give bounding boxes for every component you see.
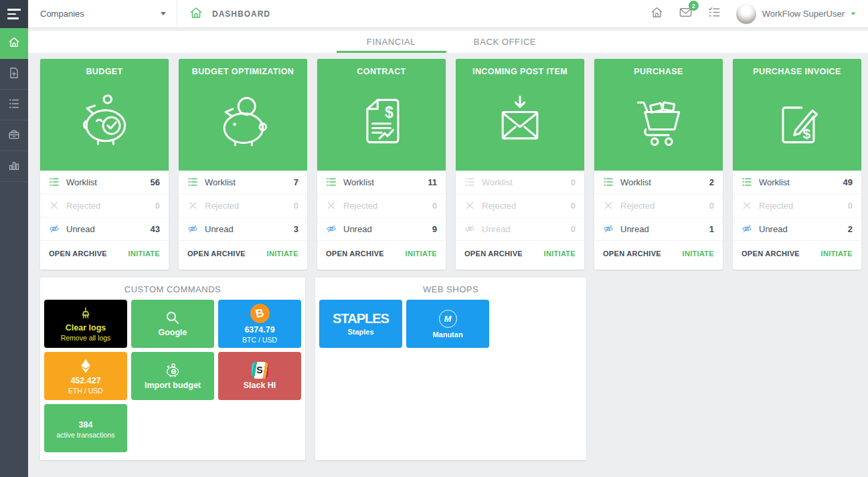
tile-title: 6374.79 xyxy=(244,325,274,335)
breadcrumb: DASHBOARD xyxy=(177,5,270,23)
tile-active-transactions[interactable]: 384 active transactions xyxy=(44,404,127,452)
stat-rejected[interactable]: Rejected0 xyxy=(179,194,307,217)
open-archive-button[interactable]: OPEN ARCHIVE xyxy=(464,250,523,258)
tile-slack-hi[interactable]: S Slack HI xyxy=(218,352,301,400)
stat-unread[interactable]: Unread2 xyxy=(733,217,861,241)
home-button[interactable] xyxy=(650,5,664,22)
tab-financial[interactable]: FINANCIAL xyxy=(335,31,448,53)
tile-staples[interactable]: STAPLES Staples xyxy=(319,300,402,348)
card-budget-optimization-header[interactable]: BUDGET OPTIMIZATION xyxy=(179,59,307,171)
tile-google[interactable]: Google xyxy=(131,300,214,348)
custom-commands-panel: CUSTOM COMMANDS Clear logs Remove all lo… xyxy=(40,278,305,460)
stat-value: 43 xyxy=(151,224,160,234)
worklist-button[interactable] xyxy=(707,5,721,22)
stat-rejected[interactable]: Rejected0 xyxy=(733,194,861,217)
tile-title: Manutan xyxy=(432,330,462,339)
worklist-icon xyxy=(742,177,752,187)
stat-value: 0 xyxy=(294,201,298,211)
stat-rejected[interactable]: Rejected0 xyxy=(456,194,584,217)
sidebar-item-archive[interactable] xyxy=(0,120,28,151)
stat-label: Rejected xyxy=(66,201,100,211)
stat-label: Worklist xyxy=(66,177,97,187)
initiate-button[interactable]: INITIATE xyxy=(683,250,714,258)
archive-icon xyxy=(7,128,21,144)
card-purchase-header[interactable]: PURCHASE xyxy=(594,59,723,171)
stat-worklist[interactable]: Worklist7 xyxy=(179,171,307,194)
web-shops-tiles: STAPLES Staples M Manutan xyxy=(315,300,586,348)
open-archive-button[interactable]: OPEN ARCHIVE xyxy=(187,250,246,258)
sidebar-item-reports[interactable] xyxy=(0,151,28,182)
tile-clear-logs[interactable]: Clear logs Remove all logs xyxy=(44,300,127,348)
card-budget-header[interactable]: BUDGET xyxy=(40,59,169,171)
sidebar-item-dashboard[interactable] xyxy=(0,28,28,59)
open-archive-button[interactable]: OPEN ARCHIVE xyxy=(326,250,384,258)
card-footer: OPEN ARCHIVEINITIATE xyxy=(40,241,169,266)
card-contract: CONTRACT $ Worklist11 Rejected0 Unread9 … xyxy=(317,59,446,270)
company-selector-value: Companies xyxy=(40,9,84,19)
stat-value: 0 xyxy=(432,201,437,211)
tile-btc-rate[interactable]: B 6374.79 BTC / USD xyxy=(218,300,301,348)
eye-off-icon xyxy=(326,223,337,234)
open-archive-button[interactable]: OPEN ARCHIVE xyxy=(49,250,107,258)
messages-button[interactable]: 2 xyxy=(679,5,693,22)
stat-worklist[interactable]: Worklist49 xyxy=(733,171,861,194)
sidebar-item-worklist[interactable] xyxy=(0,90,28,120)
stat-unread[interactable]: Unread3 xyxy=(179,217,307,241)
stat-worklist[interactable]: Worklist0 xyxy=(456,171,584,194)
card-title: BUDGET OPTIMIZATION xyxy=(192,67,294,76)
hamburger-menu-icon[interactable] xyxy=(0,0,28,28)
svg-text:$: $ xyxy=(385,104,394,121)
tab-back-office[interactable]: BACK OFFICE xyxy=(448,31,562,53)
stat-label: Unread xyxy=(66,224,95,234)
stat-label: Rejected xyxy=(205,201,239,211)
initiate-button[interactable]: INITIATE xyxy=(406,250,437,258)
stat-value: 0 xyxy=(571,177,576,187)
card-footer: OPEN ARCHIVEINITIATE xyxy=(456,241,584,266)
top-bar: Companies DASHBOARD 2 WorkFlow SuperUser xyxy=(28,0,868,28)
stat-unread[interactable]: Unread43 xyxy=(40,217,169,241)
module-cards-row: BUDGET Worklist56 Rejected0 Unread43 OPE… xyxy=(40,59,861,270)
stat-worklist[interactable]: Worklist11 xyxy=(317,171,446,194)
tab-label: FINANCIAL xyxy=(367,37,416,47)
user-menu[interactable]: WorkFlow SuperUser xyxy=(736,4,856,24)
initiate-button[interactable]: INITIATE xyxy=(544,250,576,258)
initiate-button[interactable]: INITIATE xyxy=(821,250,853,258)
x-icon xyxy=(49,200,60,211)
card-footer: OPEN ARCHIVEINITIATE xyxy=(179,241,307,266)
stat-value: 9 xyxy=(432,224,437,234)
tile-eth-rate[interactable]: 452.427 ETH / USD xyxy=(44,352,127,400)
open-archive-button[interactable]: OPEN ARCHIVE xyxy=(603,250,661,258)
stat-unread[interactable]: Unread1 xyxy=(594,217,723,241)
initiate-button[interactable]: INITIATE xyxy=(267,250,298,258)
stat-rejected[interactable]: Rejected0 xyxy=(40,194,169,217)
stat-label: Worklist xyxy=(620,177,651,187)
eye-off-icon xyxy=(464,223,475,234)
card-footer: OPEN ARCHIVEINITIATE xyxy=(733,241,861,266)
tile-manutan[interactable]: M Manutan xyxy=(406,300,489,348)
stat-rejected[interactable]: Rejected0 xyxy=(594,194,723,217)
stat-label: Unread xyxy=(205,224,234,234)
invoice-edit-icon: $ xyxy=(766,76,828,171)
card-purchase-invoice-header[interactable]: PURCHASE INVOICE $ xyxy=(733,59,861,171)
stat-unread[interactable]: Unread0 xyxy=(456,217,584,241)
stat-rejected[interactable]: Rejected0 xyxy=(317,194,446,217)
sidebar-item-new-document[interactable] xyxy=(0,59,28,90)
tile-import-budget[interactable]: Import budget xyxy=(131,352,214,400)
top-actions: 2 WorkFlow SuperUser xyxy=(650,4,868,24)
stat-label: Worklist xyxy=(343,177,374,187)
home-icon[interactable] xyxy=(189,5,203,23)
open-archive-button[interactable]: OPEN ARCHIVE xyxy=(742,250,800,258)
initiate-button[interactable]: INITIATE xyxy=(128,250,160,258)
chevron-down-icon xyxy=(851,12,856,15)
card-footer: OPEN ARCHIVEINITIATE xyxy=(317,241,446,266)
card-title: CONTRACT xyxy=(357,67,406,76)
stat-unread[interactable]: Unread9 xyxy=(317,217,446,241)
manutan-icon: M xyxy=(439,310,457,328)
card-contract-header[interactable]: CONTRACT $ xyxy=(317,59,446,171)
card-budget: BUDGET Worklist56 Rejected0 Unread43 OPE… xyxy=(40,59,169,270)
company-selector[interactable]: Companies xyxy=(28,0,177,27)
card-incoming-post-item-header[interactable]: INCOMING POST ITEM xyxy=(456,59,584,171)
stat-worklist[interactable]: Worklist56 xyxy=(40,171,169,194)
stat-label: Worklist xyxy=(205,177,236,187)
stat-worklist[interactable]: Worklist2 xyxy=(594,171,723,194)
